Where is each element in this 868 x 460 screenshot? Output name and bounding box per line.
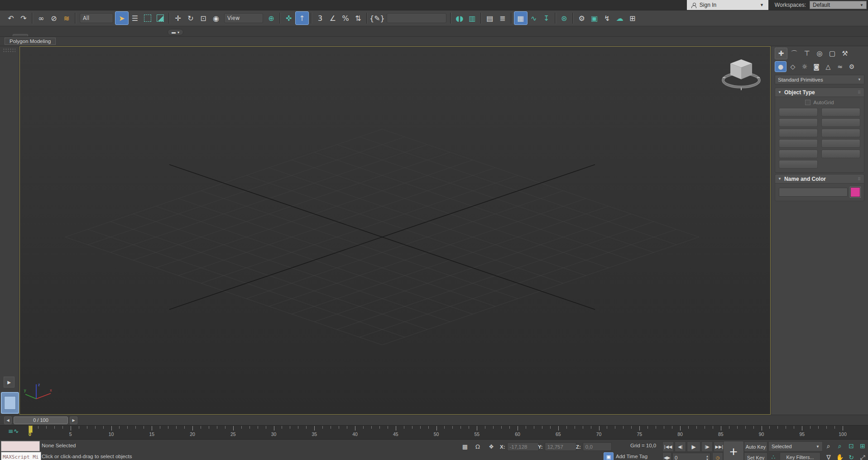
viewport-layout-tab[interactable] bbox=[1, 392, 19, 414]
current-frame-field[interactable]: 0 ▴▾ bbox=[672, 453, 710, 460]
select-and-link-icon[interactable]: ∞ bbox=[35, 12, 48, 24]
percent-snap-icon[interactable]: % bbox=[339, 12, 352, 24]
ribbon-tab-populate[interactable] bbox=[137, 34, 151, 36]
select-and-move-icon[interactable]: ✛ bbox=[172, 12, 184, 24]
dock-grip[interactable] bbox=[3, 48, 15, 53]
render-setup-icon[interactable]: ⚙ bbox=[575, 12, 588, 24]
selection-lock-toggle-icon[interactable]: Ω bbox=[473, 442, 483, 451]
isolate-selection-toggle-icon[interactable]: ▩ bbox=[460, 442, 470, 451]
object-color-swatch[interactable] bbox=[850, 187, 860, 197]
redo-icon[interactable]: ↷ bbox=[17, 12, 30, 24]
bind-to-space-warp-icon[interactable]: ≋ bbox=[60, 12, 73, 24]
tab-display-icon[interactable]: ▢ bbox=[826, 48, 838, 59]
zoom-extents-icon[interactable]: ⊡ bbox=[846, 441, 857, 451]
name-and-color-rollout-header[interactable]: ▼ Name and Color ⠿ bbox=[775, 174, 864, 184]
align-icon[interactable]: ▥ bbox=[466, 12, 479, 24]
mirror-icon[interactable]: ◖◗ bbox=[453, 12, 466, 24]
toggle-layer-explorer-icon[interactable]: ≣ bbox=[496, 12, 509, 24]
perspective-viewport[interactable]: z x y bbox=[19, 46, 771, 415]
previous-frame-arrow[interactable]: ◀ bbox=[4, 416, 12, 424]
render-gallery-icon[interactable]: ⊞ bbox=[626, 12, 639, 24]
named-selection-sets-dropdown[interactable] bbox=[387, 13, 446, 23]
set-keys-button[interactable]: + bbox=[723, 441, 744, 460]
select-and-scale-icon[interactable]: ⊡ bbox=[197, 12, 210, 24]
render-production-icon[interactable]: ↯ bbox=[601, 12, 614, 24]
pan-icon[interactable]: ✋ bbox=[834, 452, 845, 460]
maxscript-mini-listener[interactable]: MAXScript Mi bbox=[1, 452, 41, 460]
ribbon-tab-modeling[interactable] bbox=[13, 34, 28, 36]
auto-key-button[interactable]: Auto Key bbox=[744, 441, 767, 452]
subtab-helpers-icon[interactable]: △ bbox=[823, 62, 834, 72]
subtab-lights-icon[interactable]: ☼ bbox=[799, 62, 810, 72]
selection-set-dropdown[interactable]: Selected ▼ bbox=[768, 441, 823, 451]
zoom-all-icon[interactable]: ⌕ bbox=[834, 441, 845, 451]
primitive-button[interactable] bbox=[779, 108, 818, 116]
spinner-snap-icon[interactable]: ⇅ bbox=[352, 12, 364, 24]
subtab-geometry-icon[interactable]: ● bbox=[775, 61, 786, 72]
next-frame-button[interactable]: |▶ bbox=[701, 441, 713, 452]
zoom-icon[interactable]: ⌕ bbox=[823, 441, 834, 451]
selection-filter-dropdown[interactable]: All bbox=[80, 13, 113, 23]
spinner-arrows-icon[interactable]: ▴▾ bbox=[706, 455, 708, 460]
primitive-button[interactable] bbox=[779, 139, 818, 148]
z-coord-field[interactable]: 0,0 bbox=[583, 442, 612, 451]
dope-sheet-icon[interactable]: ↧ bbox=[540, 12, 553, 24]
snaps-toggle-icon[interactable]: 3 bbox=[314, 12, 326, 24]
time-configuration-icon[interactable]: ◷ bbox=[712, 452, 723, 460]
play-button[interactable]: ▶ bbox=[687, 441, 700, 452]
orbit-icon[interactable]: ↻ bbox=[846, 452, 857, 460]
ribbon-tab-freeform[interactable] bbox=[44, 34, 59, 36]
previous-frame-button[interactable]: ◀| bbox=[675, 441, 686, 452]
render-in-cloud-icon[interactable]: ☁ bbox=[614, 12, 626, 24]
primitive-button[interactable] bbox=[779, 118, 818, 127]
subtab-cameras-icon[interactable]: ◙ bbox=[811, 62, 822, 72]
undo-icon[interactable]: ↶ bbox=[5, 12, 17, 24]
zoom-extents-all-icon[interactable]: ⊞ bbox=[857, 441, 868, 451]
rectangular-selection-region-icon[interactable] bbox=[141, 12, 154, 24]
select-by-name-icon[interactable]: ☰ bbox=[129, 12, 141, 24]
set-key-button[interactable]: Set Key bbox=[744, 452, 767, 460]
time-tag-cube-icon[interactable]: ▣ bbox=[604, 452, 614, 460]
angle-snap-icon[interactable]: ∠ bbox=[326, 12, 339, 24]
y-coord-field[interactable]: 12,757 bbox=[545, 442, 576, 451]
subtab-systems-icon[interactable]: ⚙ bbox=[846, 62, 857, 72]
subtab-shapes-icon[interactable]: ◇ bbox=[787, 62, 798, 72]
next-frame-arrow[interactable]: ▶ bbox=[70, 416, 77, 424]
unlink-selection-icon[interactable]: ⊘ bbox=[48, 12, 60, 24]
field-of-view-icon[interactable]: ∇ bbox=[823, 452, 834, 460]
workspace-dropdown[interactable]: Default ▼ bbox=[810, 1, 867, 9]
macro-recorder-field[interactable] bbox=[1, 441, 40, 451]
ribbon-tab-object-paint[interactable] bbox=[106, 34, 120, 36]
rendered-frame-window-icon[interactable]: ▣ bbox=[588, 12, 601, 24]
select-and-place-icon[interactable]: ◉ bbox=[210, 12, 222, 24]
tab-create-icon[interactable]: ✚ bbox=[775, 48, 787, 59]
subtab-space-warps-icon[interactable]: ≈ bbox=[834, 62, 845, 72]
time-slider-handle[interactable]: 0 / 100 bbox=[14, 416, 68, 424]
ribbon-tab-selection[interactable] bbox=[75, 34, 90, 36]
primitive-button[interactable] bbox=[821, 129, 860, 137]
select-and-manipulate-icon[interactable]: ✜ bbox=[283, 12, 295, 24]
primitive-button[interactable] bbox=[779, 150, 818, 158]
viewcube[interactable] bbox=[719, 55, 763, 94]
toggle-scene-explorer-icon[interactable]: ▤ bbox=[484, 12, 496, 24]
primitive-button[interactable] bbox=[779, 129, 818, 137]
edit-named-selection-sets-icon[interactable]: {✎} bbox=[369, 12, 385, 24]
ribbon-config-dropdown[interactable]: ▬▾ bbox=[168, 29, 183, 35]
primitive-button[interactable] bbox=[821, 108, 860, 116]
primitive-button[interactable] bbox=[821, 150, 860, 158]
object-name-field[interactable] bbox=[779, 188, 848, 197]
primitive-button[interactable] bbox=[821, 118, 860, 127]
material-editor-icon[interactable]: ⊛ bbox=[558, 12, 571, 24]
object-type-rollout-header[interactable]: ▼ Object Type ⠿ bbox=[775, 88, 864, 97]
window-crossing-toggle-icon[interactable] bbox=[154, 12, 167, 24]
curve-editor-icon[interactable]: ∿ bbox=[528, 12, 540, 24]
primitive-button[interactable] bbox=[779, 160, 818, 169]
select-object-icon[interactable]: ➤ bbox=[115, 11, 129, 25]
tab-motion-icon[interactable]: ◎ bbox=[814, 48, 825, 59]
maximize-viewport-toggle-icon[interactable]: ⤢ bbox=[857, 452, 868, 460]
polygon-modeling-panel[interactable]: Polygon Modeling bbox=[5, 38, 56, 45]
tab-modify-icon[interactable]: ⌒ bbox=[788, 48, 800, 59]
use-pivot-point-center-icon[interactable]: ⊕ bbox=[265, 12, 278, 24]
tab-utilities-icon[interactable]: ⚒ bbox=[839, 48, 851, 59]
goto-start-button[interactable]: |◀◀ bbox=[662, 441, 674, 452]
